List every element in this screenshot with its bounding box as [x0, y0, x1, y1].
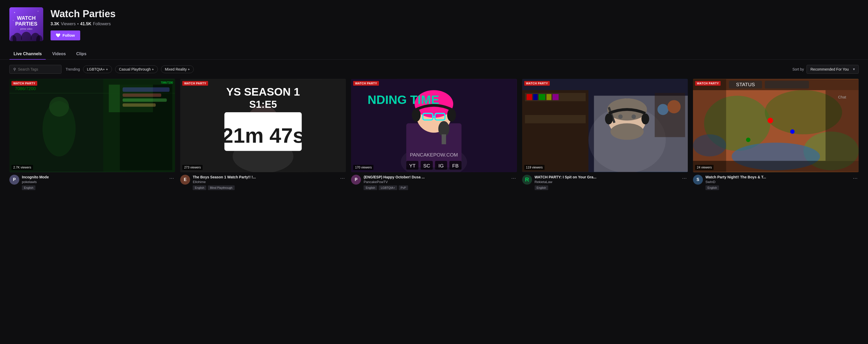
stream-card-2[interactable]: 21m 47s YS SEASON 1 S1:E5 WATCH PARTY 27… [180, 79, 346, 190]
svg-rect-45 [442, 134, 446, 144]
svg-rect-61 [527, 94, 532, 100]
trending-label: Trending [66, 67, 80, 71]
stream-card-3[interactable]: NDING TIME YT SC IG FB PANCAKEPOW.COM WA… [351, 79, 517, 190]
stream-tag-blind: Blind Playthrough [208, 185, 235, 190]
svg-rect-62 [533, 94, 537, 100]
viewers-badge-2: 273 viewers [182, 165, 203, 170]
stream-streamer-2: Ellohime [193, 180, 337, 184]
tab-videos[interactable]: Videos [48, 49, 70, 59]
stream-tags-2: English Blind Playthrough [193, 185, 337, 190]
streamer-avatar-3: P [351, 175, 361, 185]
svg-point-1 [14, 12, 15, 13]
search-tags-input[interactable] [18, 67, 58, 71]
svg-rect-95 [826, 90, 859, 161]
stream-thumbnail-1[interactable]: 7086/7200 starting stream [9, 79, 175, 172]
stream-more-button-2[interactable]: ⋯ [339, 175, 346, 182]
viewers-label: Viewers [61, 22, 76, 26]
tag-lgbtqia[interactable]: LGBTQIA+ + [83, 65, 112, 73]
follow-label: Follow [62, 33, 75, 37]
svg-text:FB: FB [452, 163, 459, 168]
svg-text:PARTIES: PARTIES [15, 21, 37, 27]
streamer-avatar-2: E [180, 175, 190, 185]
svg-point-77 [657, 104, 668, 115]
viewers-badge-3: 170 viewers [353, 165, 373, 170]
stream-title-2: The Boys Season 1 Watch Party!! !... [193, 175, 337, 180]
stream-tag-english-1: English [22, 185, 35, 190]
stream-info-2: The Boys Season 1 Watch Party!! !... Ell… [193, 175, 337, 190]
svg-point-89 [768, 118, 773, 123]
stream-more-button-4[interactable]: ⋯ [681, 175, 688, 182]
stream-card-4[interactable]: WATCH PARTY 119 viewers R WATCH PARTY: I… [522, 79, 688, 190]
tag-casual[interactable]: Casual Playthrough + [115, 65, 158, 73]
viewers-badge-1: 2.7K viewers [11, 165, 33, 170]
stream-info-3: (ENG/ESP) Happy October! Dusa ... Pancak… [364, 175, 507, 190]
svg-text:WATCH: WATCH [17, 15, 36, 21]
viewers-badge-5: 24 viewers [695, 165, 714, 170]
svg-point-91 [746, 138, 750, 142]
stream-card-5[interactable]: STATUS Chat WATCH PARTY 24 viewers S Wat… [693, 79, 859, 190]
tab-clips[interactable]: Clips [72, 49, 91, 59]
svg-rect-76 [655, 93, 685, 137]
channel-logo: WATCH PARTIES prime video [9, 7, 43, 41]
stream-thumbnail-5[interactable]: STATUS Chat WATCH PARTY 24 viewers [693, 79, 859, 172]
tag-mixed-reality[interactable]: Mixed Reality + [161, 65, 194, 73]
svg-rect-22 [123, 103, 156, 107]
svg-rect-59 [525, 104, 585, 112]
stream-card-1[interactable]: 7086/7200 starting stream [9, 79, 175, 190]
stream-thumbnail-3[interactable]: NDING TIME YT SC IG FB PANCAKEPOW.COM WA… [351, 79, 517, 172]
stream-more-button-5[interactable]: ⋯ [852, 175, 859, 182]
stream-tags-3: English LGBTQIA+ PvP [364, 185, 507, 190]
tab-clips-label: Clips [76, 52, 87, 56]
stream-tags-4: English [535, 185, 678, 190]
search-tags-container[interactable]: ⚲ [9, 65, 61, 74]
streamer-avatar-4: R [522, 175, 532, 185]
sort-section: Sort by Recommended For You Viewers (Hig… [793, 65, 859, 74]
viewers-badge-4: 119 viewers [524, 165, 545, 170]
svg-point-40 [447, 108, 456, 122]
tab-live-channels[interactable]: Live Channels [9, 49, 46, 59]
svg-rect-93 [765, 81, 809, 89]
stream-more-button-3[interactable]: ⋯ [510, 175, 517, 182]
filters-row: ⚲ Trending LGBTQIA+ + Casual Playthrough… [0, 60, 868, 79]
channel-info: Watch Parties 3.3K Viewers • 41.5K Follo… [51, 8, 116, 40]
svg-text:YS SEASON 1: YS SEASON 1 [226, 86, 300, 98]
svg-point-75 [642, 113, 649, 124]
stream-streamer-4: RekietaLaw [535, 180, 678, 184]
stream-info-5: Watch Party Night!! The Boys & T... SwIn… [706, 175, 849, 190]
follow-button[interactable]: Follow [51, 30, 80, 40]
svg-rect-21 [123, 98, 167, 102]
tab-videos-label: Videos [52, 52, 66, 56]
streamer-avatar-1: P [9, 175, 19, 185]
stream-tag-pvp-3: PvP [399, 185, 408, 190]
search-icon: ⚲ [13, 67, 16, 71]
watch-party-badge-5: WATCH PARTY [695, 81, 721, 86]
svg-text:S1:E5: S1:E5 [249, 99, 277, 110]
watch-party-badge-1: WATCH PARTY [11, 81, 37, 86]
stream-thumbnail-4[interactable]: WATCH PARTY 119 viewers [522, 79, 688, 172]
svg-rect-65 [552, 94, 558, 100]
stream-meta-5: S Watch Party Night!! The Boys & T... Sw… [693, 175, 859, 190]
stream-streamer-5: SwInD [706, 180, 849, 184]
followers-label: Followers [93, 22, 111, 26]
svg-rect-88 [693, 79, 726, 172]
tag-casual-label: Casual Playthrough + [119, 67, 154, 71]
svg-rect-18 [120, 85, 172, 170]
stream-meta-4: R WATCH PARTY: I Spit on Your Gra... Rek… [522, 175, 688, 190]
stream-info-4: WATCH PARTY: I Spit on Your Gra... Rekie… [535, 175, 678, 190]
watch-party-badge-3: WATCH PARTY [353, 81, 379, 86]
svg-point-24 [49, 97, 69, 117]
tab-live-label: Live Channels [13, 52, 42, 56]
stream-tag-lgbtqia-3: LGBTQIA+ [379, 185, 397, 190]
svg-rect-64 [546, 94, 551, 100]
svg-text:21m 47s: 21m 47s [222, 124, 304, 147]
stream-more-button-1[interactable]: ⋯ [168, 175, 175, 182]
sort-select[interactable]: Recommended For You Viewers (High to Low… [807, 65, 859, 74]
stream-tag-english-5: English [706, 185, 719, 190]
channel-header: WATCH PARTIES prime video Watch Parties … [0, 0, 868, 48]
stream-title-5: Watch Party Night!! The Boys & T... [706, 175, 849, 180]
stream-title-1: Incognito Mode [22, 175, 166, 180]
svg-point-4 [13, 20, 14, 21]
stream-thumbnail-2[interactable]: 21m 47s YS SEASON 1 S1:E5 WATCH PARTY 27… [180, 79, 346, 172]
svg-text:STATUS: STATUS [736, 82, 755, 87]
stream-meta-1: P Incognito Mode pokelawls English ⋯ [9, 175, 175, 190]
